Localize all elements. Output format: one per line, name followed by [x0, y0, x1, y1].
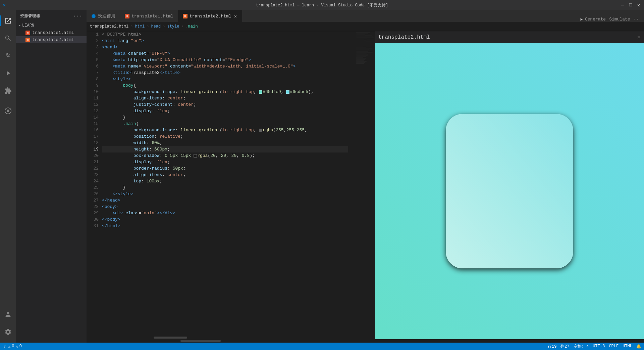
svg-point-1	[7, 110, 9, 112]
line-num-29: 29	[87, 210, 99, 216]
preview-title: transplate2.html	[378, 34, 430, 40]
scrollbar-thumb[interactable]	[154, 337, 187, 339]
breadcrumb-main[interactable]: .main	[186, 24, 198, 29]
preview-card	[446, 114, 573, 268]
code-content[interactable]: <!DOCTYPE html> <html lang="en"> <head> …	[102, 31, 355, 336]
line-num-10: 10	[87, 89, 99, 95]
sidebar-title: 资源管理器	[20, 13, 40, 18]
app-body: 资源管理器 ··· ▾ LEARN H transplate1.html H t…	[0, 10, 644, 343]
line-num-12: 12	[87, 101, 99, 108]
code-line-15: .main{	[102, 121, 348, 127]
line-num-30: 30	[87, 216, 99, 223]
maximize-button[interactable]: □	[628, 2, 633, 8]
simulate-button[interactable]: Simulate	[609, 17, 630, 22]
status-line-col[interactable]: 行19	[548, 344, 556, 349]
activity-explorer-icon[interactable]	[0, 13, 16, 29]
sidebar-file-name-2: transplate2.html	[32, 37, 74, 42]
sidebar-more-icon[interactable]: ···	[73, 13, 83, 19]
code-line-19: height: 600px;	[102, 146, 348, 152]
code-line-28: <body>	[102, 204, 348, 210]
activity-extensions-icon[interactable]	[0, 83, 16, 99]
status-line-ending[interactable]: CRLF	[609, 344, 619, 349]
editor-area: 欢迎使用 H transplate1.html H transplate2.ht…	[87, 10, 644, 343]
code-line-5: <meta http-equiv="X-UA-Compatible" conte…	[102, 57, 348, 63]
sidebar-section-learn[interactable]: ▾ LEARN	[16, 22, 87, 29]
breadcrumb-style[interactable]: style	[167, 24, 179, 29]
title-bar: ✕ transplate2.html — learn - Visual Stud…	[0, 0, 644, 10]
bottom-scrollbar-area	[87, 339, 644, 343]
code-line-8: <style>	[102, 76, 348, 82]
status-encoding[interactable]: UTF-8	[593, 344, 605, 349]
sidebar-header-icons: ···	[73, 13, 83, 19]
line-num-9: 9	[87, 82, 99, 89]
sidebar-header: 资源管理器 ···	[16, 10, 87, 22]
code-line-13: display: flex;	[102, 108, 348, 114]
code-editor[interactable]: 1 2 3 4 5 6 7 8 9 10 11 12 13 14	[87, 31, 375, 336]
line-num-17: 17	[87, 133, 99, 140]
code-line-14: }	[102, 114, 348, 121]
code-pane[interactable]: 1 2 3 4 5 6 7 8 9 10 11 12 13 14	[87, 31, 375, 339]
line-num-23: 23	[87, 172, 99, 178]
line-num-14: 14	[87, 114, 99, 121]
activity-remote-icon[interactable]	[0, 103, 16, 119]
code-line-1: <!DOCTYPE html>	[102, 31, 348, 38]
breadcrumb-file[interactable]: transplate2.html	[90, 24, 128, 29]
code-line-6: <meta name="viewport" content="width=dev…	[102, 63, 348, 70]
tab-transplate1[interactable]: H transplate1.html	[120, 10, 178, 22]
tabs-more-icon[interactable]: ···	[634, 17, 641, 22]
code-line-12: justify-content: center;	[102, 101, 348, 108]
run-generate-button[interactable]: Generate	[579, 17, 606, 22]
status-language[interactable]: HTML	[623, 344, 632, 349]
tabs-right-actions: Generate Simulate ···	[576, 17, 644, 22]
code-line-23: align-items: center;	[102, 172, 348, 178]
tab-transplate2[interactable]: H transplate2.html ✕	[178, 10, 242, 22]
tab-icon-transplate1: H	[125, 14, 129, 18]
line-num-8: 8	[87, 76, 99, 82]
code-line-27: </head>	[102, 197, 348, 204]
sidebar-section-label: LEARN	[22, 23, 34, 28]
sidebar-file-name-1: transplate1.html	[32, 30, 74, 35]
activity-run-icon[interactable]	[0, 65, 16, 81]
code-line-16: background-image: linear-gradient(to rig…	[102, 127, 348, 133]
status-branch[interactable]: ⚠ 0 △ 0	[3, 344, 22, 349]
status-col[interactable]: 列27	[560, 344, 569, 349]
horizontal-scrollbar[interactable]	[87, 336, 375, 339]
status-warning-icon: △	[15, 344, 18, 349]
line-num-2: 2	[87, 38, 99, 44]
line-num-7: 7	[87, 70, 99, 76]
minimize-button[interactable]: —	[620, 2, 625, 8]
status-notifications[interactable]: 🔔	[636, 344, 641, 349]
status-spaces[interactable]: 空格: 4	[574, 344, 589, 349]
tabs-bar: 欢迎使用 H transplate1.html H transplate2.ht…	[87, 10, 644, 22]
line-num-3: 3	[87, 44, 99, 50]
preview-close-button[interactable]: ✕	[637, 34, 641, 41]
breadcrumb-html[interactable]: html	[135, 24, 145, 29]
activity-settings-icon[interactable]	[0, 324, 16, 340]
breadcrumb-head[interactable]: head	[151, 24, 161, 29]
sidebar-file-transplate1[interactable]: H transplate1.html	[16, 29, 87, 36]
code-line-7: <title>Transplate2</title>	[102, 70, 348, 76]
line-num-4: 4	[87, 50, 99, 57]
breadcrumb: transplate2.html › html › head › style ›…	[87, 22, 644, 31]
activity-account-icon[interactable]	[0, 306, 16, 322]
activity-source-control-icon[interactable]	[0, 48, 16, 64]
title-bar-controls: — □ ✕	[620, 2, 641, 8]
tab-close-transplate2[interactable]: ✕	[233, 13, 237, 19]
sidebar-file-transplate2[interactable]: H transplate2.html	[16, 36, 87, 43]
code-line-3: <head>	[102, 44, 348, 50]
code-line-24: top: 100px;	[102, 178, 348, 184]
line-num-27: 27	[87, 197, 99, 204]
line-num-13: 13	[87, 108, 99, 114]
code-line-29: <div class="main"></div>	[102, 210, 348, 216]
line-num-21: 21	[87, 159, 99, 165]
code-line-22: border-radius: 50px;	[102, 165, 348, 172]
close-button[interactable]: ✕	[636, 2, 641, 8]
minimap-content	[355, 31, 375, 65]
activity-search-icon[interactable]	[0, 30, 16, 46]
tab-label-welcome: 欢迎使用	[98, 13, 115, 19]
tab-welcome[interactable]: 欢迎使用	[87, 10, 120, 22]
code-line-30: </body>	[102, 216, 348, 223]
status-bar-right: 行19 列27 空格: 4 UTF-8 CRLF HTML 🔔	[548, 344, 641, 349]
bottom-scrollbar-thumb[interactable]	[180, 340, 221, 342]
line-numbers: 1 2 3 4 5 6 7 8 9 10 11 12 13 14	[87, 31, 102, 336]
